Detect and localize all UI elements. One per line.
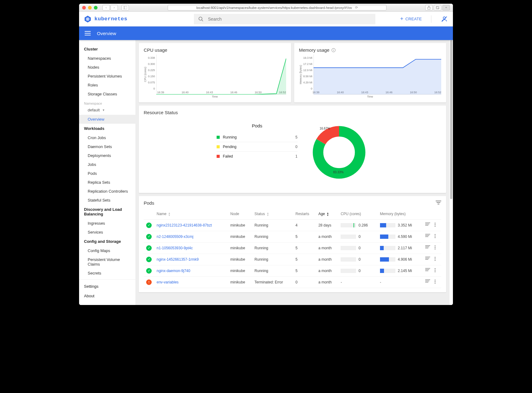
col-cpu-cores-[interactable]: CPU (cores) (338, 209, 377, 219)
sidebar-heading-workloads[interactable]: Workloads (79, 124, 135, 133)
sidebar-item-nodes[interactable]: Nodes (79, 63, 135, 72)
cpu-card-title: CPU usage (144, 47, 286, 53)
sidebar-item-persistent-volumes[interactable]: Persistent Volumes (79, 72, 135, 81)
cpu-ylabel: CPU (cores) (144, 67, 147, 82)
filter-icon[interactable] (436, 200, 441, 206)
chevron-down-icon: ▼ (102, 109, 105, 112)
sidebar-item-config-maps[interactable]: Config Maps (79, 246, 135, 255)
scrollbar[interactable] (449, 40, 453, 305)
pod-node: minikube (228, 276, 252, 288)
table-row: ✓ n1-1056053930-9pt4c minikube Running 5… (144, 242, 441, 254)
legend-value: 1 (295, 154, 298, 158)
more-icon[interactable] (434, 234, 436, 239)
sidebar-item-replica-sets[interactable]: Replica Sets (79, 178, 135, 187)
svg-rect-4 (436, 7, 438, 9)
sidebar-heading-discovery[interactable]: Discovery and Load Balancing (79, 205, 135, 219)
pod-cpu: 0 (338, 242, 377, 254)
user-icon[interactable] (441, 15, 448, 23)
col-status[interactable]: Status ▲▼ (252, 209, 293, 219)
create-button[interactable]: + CREATE (400, 16, 422, 22)
reload-icon[interactable]: ⟳ (355, 6, 358, 10)
sidebar-item-overview[interactable]: Overview (79, 115, 135, 124)
mem-ylabel: Memory (bytes) (299, 65, 302, 84)
svg-point-49 (435, 257, 436, 258)
logs-icon[interactable] (425, 234, 430, 239)
sidebar-item-daemon-sets[interactable]: Daemon Sets (79, 142, 135, 151)
pod-age: 28 days (316, 219, 338, 231)
sidebar-item-secrets[interactable]: Secrets (79, 269, 135, 278)
pod-node: minikube (228, 254, 252, 265)
sidebar-item-settings[interactable]: Settings (79, 282, 135, 291)
tabs-button[interactable] (434, 5, 441, 10)
pod-status: Running (252, 254, 293, 265)
sidebar-toggle-button[interactable] (122, 5, 129, 10)
sidebar-item-persistent-volume-claims[interactable]: Persistent Volume Claims (79, 255, 135, 269)
sidebar-heading-cluster[interactable]: Cluster (79, 44, 135, 54)
sidebar-item-pods[interactable]: Pods (79, 169, 135, 178)
pod-name-link[interactable]: n1-1056053930-9pt4c (157, 246, 193, 250)
sidebar-item-services[interactable]: Services (79, 228, 135, 237)
close-window-button[interactable] (82, 6, 86, 10)
sidebar-item-cron-jobs[interactable]: Cron Jobs (79, 133, 135, 142)
browser-chrome: ‹ › localhost:8001/api/v1/namespaces/kub… (79, 4, 453, 12)
mem-chart (314, 54, 441, 94)
status-indicator-icon: ✓ (146, 245, 152, 251)
svg-point-57 (435, 271, 436, 272)
nav-back-button[interactable]: ‹ (102, 5, 110, 10)
info-icon[interactable] (331, 48, 336, 52)
sidebar-heading-config[interactable]: Config and Storage (79, 237, 135, 246)
logs-icon[interactable] (425, 279, 430, 285)
svg-rect-5 (437, 6, 439, 9)
logs-icon[interactable] (425, 257, 430, 262)
col-node[interactable]: Node (228, 209, 252, 219)
pod-name-link[interactable]: n2-1248005509-x3cmj (157, 235, 193, 239)
legend-swatch (217, 155, 220, 158)
svg-point-56 (435, 270, 436, 271)
pod-status: Running (252, 219, 293, 231)
menu-button[interactable] (85, 31, 91, 35)
more-icon[interactable] (434, 279, 436, 285)
col-age[interactable]: Age ▲▼ (316, 209, 338, 219)
more-icon[interactable] (434, 223, 436, 228)
sidebar-item-namespaces[interactable]: Namespaces (79, 54, 135, 63)
pod-memory: 3.352 Mi (378, 219, 423, 231)
more-icon[interactable] (434, 257, 436, 262)
table-row: ✓ nginx-1452661357-1rmk9 minikube Runnin… (144, 254, 441, 265)
col-name[interactable]: Name ▲▼ (154, 209, 228, 219)
col-memory-bytes-[interactable]: Memory (bytes) (378, 209, 423, 219)
logs-icon[interactable] (425, 268, 430, 273)
sidebar-item-deployments[interactable]: Deployments (79, 151, 135, 160)
divider (431, 15, 431, 23)
nav-forward-button[interactable]: › (110, 5, 118, 10)
namespace-value: default (88, 108, 100, 112)
sidebar-item-jobs[interactable]: Jobs (79, 160, 135, 169)
url-bar[interactable]: localhost:8001/api/v1/namespaces/kube-sy… (168, 5, 386, 10)
maximize-window-button[interactable] (94, 6, 98, 10)
col-restarts[interactable]: Restarts (293, 209, 316, 219)
pod-name-link[interactable]: env-variables (157, 280, 178, 284)
namespace-label: Namespace (79, 98, 135, 106)
search-field[interactable] (194, 14, 375, 24)
logs-icon[interactable] (425, 245, 430, 251)
search-input[interactable] (208, 17, 371, 22)
pod-name-link[interactable]: nginx23123123-421914638-87bzt (157, 223, 212, 227)
share-button[interactable] (425, 5, 433, 10)
sidebar-item-roles[interactable]: Roles (79, 81, 135, 90)
logo[interactable]: kubernetes (84, 15, 127, 23)
sidebar-item-storage-classes[interactable]: Storage Classes (79, 90, 135, 98)
sidebar-item-stateful-sets[interactable]: Stateful Sets (79, 196, 135, 205)
pod-name-link[interactable]: nginx-1452661357-1rmk9 (157, 257, 199, 262)
sidebar-item-ingresses[interactable]: Ingresses (79, 219, 135, 228)
pod-name-link[interactable]: nginx-daemon-9j740 (157, 269, 190, 273)
sidebar-item-about[interactable]: About (79, 291, 135, 301)
minimize-window-button[interactable] (88, 6, 92, 10)
new-tab-button[interactable]: + (442, 5, 450, 10)
namespace-selector[interactable]: default ▼ (79, 106, 135, 115)
legend-value: 5 (295, 135, 298, 139)
logs-icon[interactable] (425, 223, 430, 228)
sidebar-item-replication-controllers[interactable]: Replication Controllers (79, 187, 135, 196)
scrollbar-thumb[interactable] (450, 40, 452, 199)
more-icon[interactable] (434, 245, 436, 251)
legend-name: Pending (223, 145, 295, 149)
more-icon[interactable] (434, 268, 436, 273)
